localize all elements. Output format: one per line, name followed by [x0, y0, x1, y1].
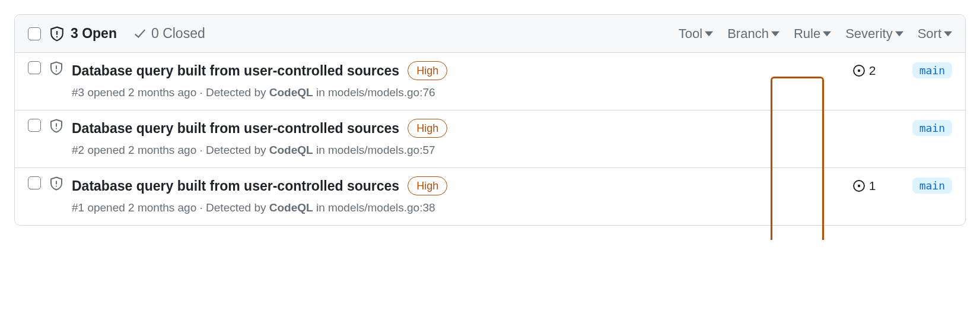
filter-branch[interactable]: Branch: [727, 26, 779, 42]
shield-alert-icon: [49, 61, 63, 75]
alert-title[interactable]: Database query built from user-controlle…: [72, 121, 399, 137]
select-row-checkbox[interactable]: [28, 119, 41, 132]
alert-title[interactable]: Database query built from user-controlle…: [72, 63, 399, 79]
issue-linked-icon: [852, 179, 866, 192]
caret-down-icon: [944, 30, 952, 38]
caret-down-icon: [771, 30, 779, 38]
svg-point-9: [56, 185, 57, 186]
svg-point-1: [56, 36, 58, 37]
filter-label: Rule: [794, 26, 820, 42]
select-all-checkbox[interactable]: [28, 27, 41, 40]
filter-sort[interactable]: Sort: [918, 26, 952, 42]
tool-name: CodeQL: [269, 86, 313, 99]
shield-alert-icon: [49, 26, 65, 42]
alert-title[interactable]: Database query built from user-controlle…: [72, 178, 399, 194]
svg-point-3: [56, 70, 57, 71]
filter-label: Sort: [918, 26, 941, 42]
filter-tool[interactable]: Tool: [679, 26, 713, 42]
select-row-checkbox[interactable]: [28, 176, 41, 189]
select-row-checkbox[interactable]: [28, 61, 41, 74]
linked-issues[interactable]: 2: [852, 62, 880, 79]
linked-issues[interactable]: [852, 120, 880, 137]
tool-name: CodeQL: [269, 144, 313, 156]
shield-alert-icon: [49, 119, 63, 133]
branch-tag[interactable]: main: [912, 178, 952, 194]
filter-rule[interactable]: Rule: [794, 26, 831, 42]
alert-main: Database query built from user-controlle…: [72, 61, 852, 99]
caret-down-icon: [895, 30, 903, 38]
caret-down-icon: [823, 30, 831, 38]
closed-count-label[interactable]: 0 Closed: [133, 26, 205, 42]
issue-linked-icon: [852, 64, 866, 77]
check-icon: [133, 27, 147, 40]
open-count-label[interactable]: 3 Open: [71, 26, 117, 42]
alert-main: Database query built from user-controlle…: [72, 119, 852, 157]
filter-label: Branch: [727, 26, 769, 42]
branch-tag[interactable]: main: [912, 120, 952, 136]
alert-meta: #2 opened 2 months ago · Detected by Cod…: [72, 144, 852, 157]
linked-issues[interactable]: 1: [852, 178, 880, 194]
alert-row: Database query built from user-controlle…: [15, 53, 965, 110]
issue-count-value: 2: [869, 64, 876, 78]
alerts-panel: 3 Open 0 Closed Tool Branch Rule Severit…: [14, 14, 966, 226]
alert-meta: #1 opened 2 months ago · Detected by Cod…: [72, 201, 852, 214]
alert-row: Database query built from user-controlle…: [15, 110, 965, 168]
alert-meta: #3 opened 2 months ago · Detected by Cod…: [72, 86, 852, 99]
filter-label: Tool: [679, 26, 702, 42]
filter-label: Severity: [845, 26, 892, 42]
filter-severity[interactable]: Severity: [845, 26, 903, 42]
alert-row: Database query built from user-controlle…: [15, 168, 965, 225]
alert-main: Database query built from user-controlle…: [72, 176, 852, 214]
svg-point-11: [857, 185, 860, 187]
caret-down-icon: [705, 30, 713, 38]
issue-count-value: 1: [869, 179, 876, 193]
branch-tag[interactable]: main: [912, 62, 952, 78]
filter-bar: Tool Branch Rule Severity Sort: [679, 26, 952, 42]
shield-alert-icon: [49, 176, 63, 191]
svg-point-5: [857, 69, 860, 72]
severity-badge: High: [408, 119, 447, 138]
closed-text: 0 Closed: [151, 26, 205, 42]
panel-header: 3 Open 0 Closed Tool Branch Rule Severit…: [15, 15, 965, 53]
svg-point-7: [56, 128, 57, 129]
severity-badge: High: [408, 61, 447, 80]
tool-name: CodeQL: [269, 201, 313, 214]
severity-badge: High: [408, 176, 447, 195]
